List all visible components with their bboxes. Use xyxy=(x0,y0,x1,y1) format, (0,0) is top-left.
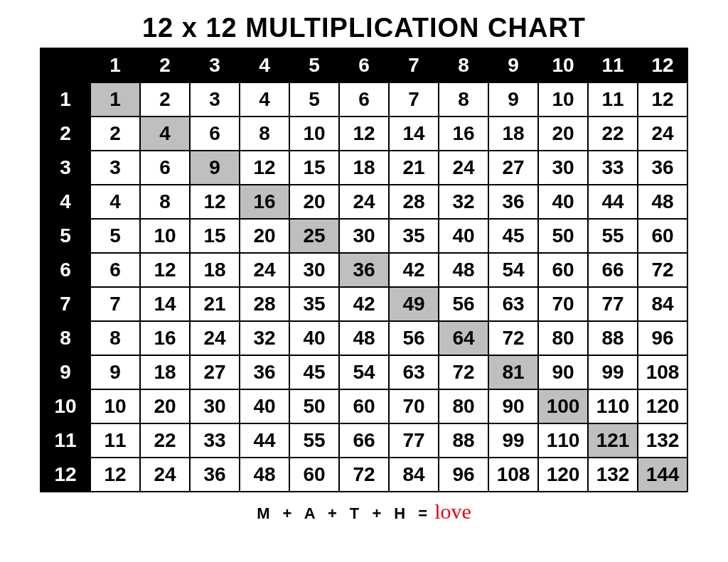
row-header: 4 xyxy=(41,185,90,219)
table-cell: 55 xyxy=(588,219,638,253)
table-cell: 88 xyxy=(588,321,638,355)
table-cell: 27 xyxy=(488,151,538,185)
table-cell: 10 xyxy=(140,219,190,253)
multiplication-table: 1234567891011121123456789101112224681012… xyxy=(40,48,688,492)
table-cell: 32 xyxy=(439,185,488,219)
table-cell: 9 xyxy=(90,355,140,389)
table-cell: 12 xyxy=(339,117,389,151)
table-cell: 70 xyxy=(538,287,588,321)
table-cell: 18 xyxy=(488,117,538,151)
page-title: 12 x 12 MULTIPLICATION CHART xyxy=(142,13,586,43)
table-cell: 36 xyxy=(339,253,389,287)
table-cell: 27 xyxy=(190,355,240,389)
table-cell: 16 xyxy=(140,321,190,355)
table-cell: 96 xyxy=(439,458,488,492)
row-header: 6 xyxy=(41,253,90,287)
table-cell: 77 xyxy=(588,287,638,321)
table-cell: 80 xyxy=(538,321,588,355)
table-cell: 36 xyxy=(240,355,289,389)
table-cell: 40 xyxy=(289,321,339,355)
table-cell: 110 xyxy=(538,423,588,458)
row-header: 10 xyxy=(41,389,90,423)
table-cell: 49 xyxy=(389,287,439,321)
table-cell: 30 xyxy=(339,219,389,253)
table-cell: 3 xyxy=(190,82,240,117)
table-cell: 30 xyxy=(538,151,588,185)
column-header: 5 xyxy=(289,48,339,82)
table-cell: 12 xyxy=(240,151,289,185)
table-cell: 24 xyxy=(638,117,687,151)
row-header: 9 xyxy=(41,355,90,389)
table-cell: 14 xyxy=(140,287,190,321)
table-cell: 5 xyxy=(90,219,140,253)
table-row: 44812162024283236404448 xyxy=(41,185,687,219)
table-cell: 6 xyxy=(140,151,190,185)
table-cell: 66 xyxy=(339,423,389,458)
table-cell: 36 xyxy=(638,151,687,185)
table-cell: 60 xyxy=(638,219,687,253)
table-row: 661218243036424854606672 xyxy=(41,253,687,287)
table-cell: 22 xyxy=(140,423,190,458)
table-cell: 2 xyxy=(90,117,140,151)
table-cell: 8 xyxy=(90,321,140,355)
table-cell: 9 xyxy=(190,151,240,185)
table-cell: 48 xyxy=(339,321,389,355)
table-cell: 3 xyxy=(90,151,140,185)
table-cell: 30 xyxy=(289,253,339,287)
table-cell: 4 xyxy=(90,185,140,219)
table-cell: 9 xyxy=(488,82,538,117)
table-cell: 144 xyxy=(638,458,687,492)
table-cell: 1 xyxy=(90,82,140,117)
table-cell: 15 xyxy=(289,151,339,185)
table-cell: 44 xyxy=(588,185,638,219)
table-cell: 28 xyxy=(389,185,439,219)
table-cell: 36 xyxy=(190,458,240,492)
row-header: 5 xyxy=(41,219,90,253)
table-cell: 18 xyxy=(190,253,240,287)
table-cell: 8 xyxy=(240,117,289,151)
table-cell: 4 xyxy=(140,117,190,151)
table-cell: 7 xyxy=(389,82,439,117)
table-cell: 30 xyxy=(190,389,240,423)
column-header: 2 xyxy=(140,48,190,82)
table-row: 551015202530354045505560 xyxy=(41,219,687,253)
table-cell: 16 xyxy=(240,185,289,219)
table-cell: 56 xyxy=(439,287,488,321)
table-cell: 108 xyxy=(638,355,687,389)
table-cell: 10 xyxy=(90,389,140,423)
table-cell: 99 xyxy=(588,355,638,389)
table-cell: 40 xyxy=(439,219,488,253)
table-row: 11112233445566778899110121132 xyxy=(41,423,687,458)
table-cell: 20 xyxy=(289,185,339,219)
table-cell: 20 xyxy=(538,117,588,151)
table-cell: 96 xyxy=(638,321,687,355)
table-cell: 50 xyxy=(289,389,339,423)
table-cell: 60 xyxy=(538,253,588,287)
column-header: 7 xyxy=(389,48,439,82)
table-cell: 14 xyxy=(389,117,439,151)
table-cell: 28 xyxy=(240,287,289,321)
table-cell: 64 xyxy=(439,321,488,355)
table-cell: 2 xyxy=(140,82,190,117)
table-cell: 20 xyxy=(140,389,190,423)
table-cell: 45 xyxy=(488,219,538,253)
column-header: 3 xyxy=(190,48,240,82)
table-cell: 44 xyxy=(240,423,289,458)
column-header: 10 xyxy=(538,48,588,82)
table-cell: 48 xyxy=(439,253,488,287)
table-row: 881624324048566472808896 xyxy=(41,321,687,355)
table-cell: 70 xyxy=(389,389,439,423)
table-cell: 63 xyxy=(389,355,439,389)
table-cell: 16 xyxy=(439,117,488,151)
table-cell: 20 xyxy=(240,219,289,253)
table-cell: 6 xyxy=(190,117,240,151)
column-header: 12 xyxy=(638,48,687,82)
table-cell: 121 xyxy=(588,423,638,458)
table-cell: 132 xyxy=(638,423,687,458)
table-cell: 100 xyxy=(538,389,588,423)
table-row: 121224364860728496108120132144 xyxy=(41,458,687,492)
table-cell: 21 xyxy=(389,151,439,185)
table-cell: 21 xyxy=(190,287,240,321)
row-header: 12 xyxy=(41,458,90,492)
table-cell: 132 xyxy=(588,458,638,492)
